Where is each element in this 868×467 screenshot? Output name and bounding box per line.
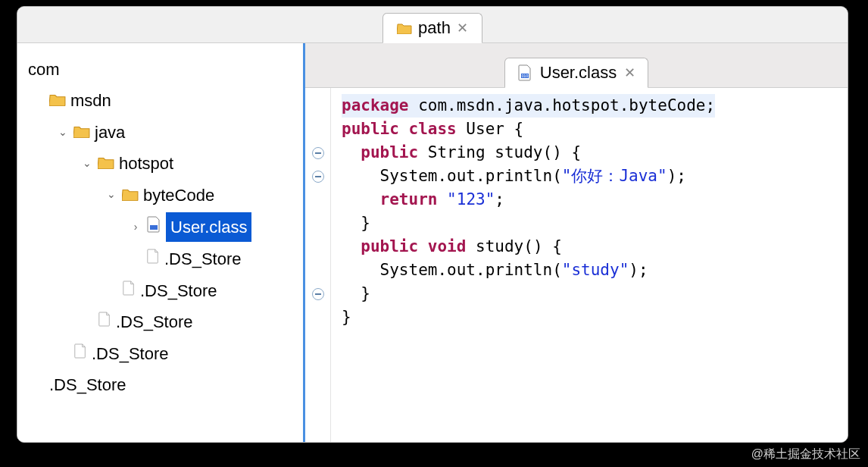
watermark: @稀土掘金技术社区 — [751, 447, 860, 462]
tree-item-selected[interactable]: ›User.class — [25, 211, 295, 243]
code-line: public String study() { — [342, 141, 715, 165]
ide-window: path ✕ com msdn⌄java⌄hotspot⌄byteCode›Us… — [17, 6, 848, 443]
code-line: System.out.println("你好：Java"); — [342, 165, 715, 188]
code-line: return "123"; — [342, 188, 715, 212]
tree-item-label: User.class — [166, 212, 251, 242]
tree-item[interactable]: .DS_Store — [25, 306, 295, 337]
tree-item[interactable]: .DS_Store — [25, 243, 295, 274]
gutter-spacer — [305, 118, 330, 141]
folder-icon — [49, 86, 66, 114]
tree-item[interactable]: msdn — [25, 85, 295, 116]
file-icon — [73, 340, 87, 368]
tree-item[interactable]: ⌄byteCode — [25, 180, 295, 211]
tree-item[interactable]: ⌄hotspot — [25, 148, 295, 179]
tree-root[interactable]: com — [25, 54, 295, 85]
chevron-down-icon[interactable]: ⌄ — [57, 124, 69, 142]
file-icon — [98, 308, 111, 336]
chevron-right-icon[interactable]: › — [130, 218, 142, 237]
tree-item-label: .DS_Store — [49, 371, 126, 399]
class-file-icon — [146, 213, 161, 241]
file-icon — [122, 277, 136, 305]
close-icon[interactable]: ✕ — [457, 20, 468, 36]
folder-icon — [98, 149, 114, 177]
tree-item-label: hotspot — [119, 149, 173, 177]
file-icon — [146, 245, 160, 273]
tree-item-label: .DS_Store — [164, 245, 242, 273]
code-line: public class User { — [342, 118, 715, 141]
window-tab-label: path — [418, 18, 451, 38]
code-line: } — [342, 282, 715, 306]
fold-toggle[interactable] — [305, 165, 330, 188]
svg-rect-0 — [150, 225, 158, 230]
gutter-spacer — [305, 353, 330, 376]
tree-item-label: .DS_Store — [116, 308, 193, 336]
folder-icon — [122, 181, 139, 209]
gutter-spacer — [305, 235, 330, 259]
editor-body[interactable]: package com.msdn.java.hotspot.byteCode;p… — [305, 87, 848, 442]
tree-item[interactable]: .DS_Store — [25, 369, 295, 400]
folder-icon — [397, 22, 412, 34]
fold-toggle[interactable] — [305, 282, 330, 306]
gutter-spacer — [305, 188, 330, 212]
tree-item[interactable]: ⌄java — [25, 117, 295, 148]
fold-toggle[interactable] — [305, 141, 330, 165]
editor-tab-label: User.class — [540, 63, 617, 83]
code-line: } — [342, 212, 715, 235]
package-explorer[interactable]: com msdn⌄java⌄hotspot⌄byteCode›User.clas… — [17, 43, 305, 442]
code-line: } — [342, 306, 715, 329]
editor-gutter[interactable] — [305, 88, 331, 442]
editor-area: 010 User.class ✕ package com.msdn.java.h… — [305, 43, 848, 442]
svg-text:010: 010 — [522, 74, 529, 78]
close-icon[interactable]: ✕ — [624, 64, 635, 81]
tree-item-label: msdn — [70, 86, 111, 114]
gutter-spacer — [305, 329, 330, 353]
gutter-spacer — [305, 259, 330, 282]
code-line: public void study() { — [342, 235, 715, 259]
window-tab-bar: path ✕ — [17, 7, 848, 43]
tree-item-label: java — [95, 118, 125, 146]
tree-item-label: byteCode — [143, 181, 214, 209]
folder-icon — [73, 118, 90, 146]
gutter-spacer — [305, 94, 330, 118]
tree-item-label: .DS_Store — [92, 340, 169, 368]
content-area: com msdn⌄java⌄hotspot⌄byteCode›User.clas… — [17, 43, 848, 442]
tree-root-label: com — [28, 55, 60, 83]
gutter-spacer — [305, 306, 330, 329]
chevron-down-icon[interactable]: ⌄ — [105, 186, 117, 204]
tree-item-label: .DS_Store — [140, 277, 217, 305]
chevron-down-icon[interactable]: ⌄ — [81, 155, 93, 173]
tree-item[interactable]: .DS_Store — [25, 338, 295, 369]
window-tab-path[interactable]: path ✕ — [382, 13, 482, 43]
tree-item[interactable]: .DS_Store — [25, 275, 295, 306]
gutter-spacer — [305, 212, 330, 235]
class-file-icon: 010 — [517, 64, 532, 81]
editor-tab-userclass[interactable]: 010 User.class ✕ — [504, 58, 648, 88]
editor-tab-bar: 010 User.class ✕ — [305, 43, 848, 87]
code-line: System.out.println("study"); — [342, 259, 715, 282]
code-content[interactable]: package com.msdn.java.hotspot.byteCode;p… — [331, 88, 726, 442]
code-line: package com.msdn.java.hotspot.byteCode; — [342, 94, 715, 118]
